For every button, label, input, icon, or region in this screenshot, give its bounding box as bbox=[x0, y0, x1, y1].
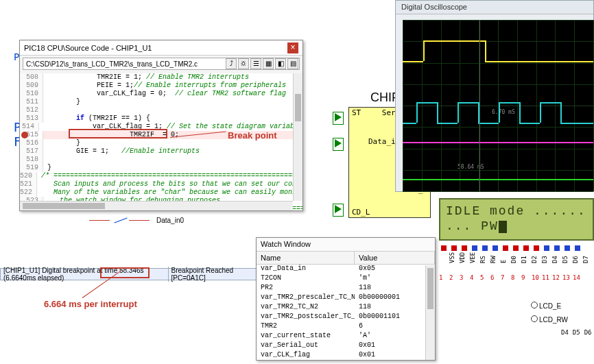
watch-row[interactable]: var_TMR2_TC_N2118 bbox=[257, 303, 435, 313]
lcd-pin: D29 bbox=[521, 244, 531, 252]
file-path-text: C:\CSD\P12\s_trans_LCD_TMR2\s_trans_LCD_… bbox=[26, 60, 198, 68]
watch-row[interactable]: var_CLK_flag0x01 bbox=[257, 351, 435, 361]
code-line[interactable]: 520/* ==================================… bbox=[20, 172, 302, 180]
lcd-pins: VSS1VDD2VEE3RS4RW5E6D07D18D29D310D411D51… bbox=[439, 244, 594, 313]
status-left: [CHIP1_U1] Digital breakpoint at time 58… bbox=[3, 267, 169, 282]
watch-row[interactable]: TMR26 bbox=[257, 322, 435, 332]
lcd-pin: RS4 bbox=[470, 244, 479, 252]
window-titlebar[interactable]: PIC18 CPU\Source Code - CHIP1_U1 × bbox=[20, 40, 302, 56]
signal-lcd-rw: LCD_RW bbox=[531, 315, 568, 324]
tool-icon[interactable]: ⤴ bbox=[226, 58, 237, 69]
tool-icon[interactable]: ⛭ bbox=[238, 58, 249, 69]
scrollbar-thumb[interactable] bbox=[23, 203, 105, 209]
lcd-pin: E6 bbox=[490, 244, 500, 252]
tool-icon[interactable]: ◧ bbox=[275, 58, 286, 69]
lcd-line1: IDLE mode ...... bbox=[446, 204, 587, 219]
scope-title[interactable]: Digital Oscilloscope bbox=[396, 1, 593, 14]
source-code-window[interactable]: PIC18 CPU\Source Code - CHIP1_U1 × C:\CS… bbox=[19, 40, 303, 211]
watch-row[interactable]: var_Data_in0x05 bbox=[257, 265, 435, 274]
lcd-pin: D07 bbox=[501, 244, 510, 252]
watch-row[interactable]: var_current_state'A' bbox=[257, 332, 435, 341]
code-line[interactable]: 510 var_CLK_flag = 0; // clear TMR2 soft… bbox=[20, 90, 302, 98]
code-line[interactable]: 513 if (TMR2IF == 1) { bbox=[20, 114, 302, 123]
lcd-display: IDLE mode ...... ... PW bbox=[439, 198, 594, 241]
scrollbar-vertical[interactable] bbox=[425, 265, 435, 360]
watch-row[interactable]: var_Serial_out0x01 bbox=[257, 341, 435, 351]
switch-symbol bbox=[89, 215, 151, 225]
scope-canvas[interactable]: 6.70 mS 58.64 mS bbox=[403, 20, 593, 191]
code-line[interactable]: 518 bbox=[20, 156, 302, 164]
code-line[interactable]: 521 Scan inputs and process the bits so … bbox=[20, 180, 302, 189]
scrollbar-thumb[interactable] bbox=[295, 94, 301, 121]
port-arrow-icon bbox=[333, 138, 344, 151]
scrollbar-thumb[interactable] bbox=[427, 268, 433, 309]
scrollbar-vertical[interactable] bbox=[293, 73, 302, 201]
annotation-breakpoint: Break point bbox=[228, 130, 277, 141]
port-arrow-icon bbox=[333, 204, 344, 217]
chip-pin-l: CD_L bbox=[352, 208, 370, 217]
lcd-pin: VEE3 bbox=[460, 244, 469, 252]
breakpoint-icon[interactable] bbox=[21, 132, 28, 138]
label-data-in0: Data_in0 bbox=[156, 217, 184, 224]
watch-title[interactable]: Watch Window bbox=[257, 238, 435, 252]
code-line[interactable]: 508 TMR2IE = 1; // Enable TMR2 interrupt… bbox=[20, 73, 302, 82]
col-value[interactable]: Value bbox=[355, 252, 435, 264]
source-toolbar: ⤴ ⛭ ☰ ▦ ◧ ▤ bbox=[226, 58, 298, 69]
code-line[interactable]: 517 GIE = 1; //Enable interrupts bbox=[20, 147, 302, 156]
lcd-pin: D310 bbox=[532, 244, 541, 252]
watch-row[interactable]: PR2118 bbox=[257, 284, 435, 293]
lcd-pin: D512 bbox=[552, 244, 562, 252]
scope-marker: 6.70 mS bbox=[492, 109, 515, 115]
watch-row[interactable]: var_TMR2_prescaler_TC_N10b00000001 bbox=[257, 293, 435, 303]
annotation-interrupt: 6.664 ms per interrupt bbox=[44, 299, 137, 309]
lcd-pin: D613 bbox=[562, 244, 572, 252]
signal-dbus: D4D5D6D7 bbox=[561, 329, 594, 336]
watch-row[interactable]: var_TMR2_postscaler_TC_N30b00001101 bbox=[257, 313, 435, 322]
col-name[interactable]: Name bbox=[257, 252, 355, 264]
code-area[interactable]: 508 TMR2IE = 1; // Enable TMR2 interrupt… bbox=[20, 73, 302, 210]
port-arrow-icon bbox=[333, 112, 344, 125]
code-line[interactable]: 519} bbox=[20, 164, 302, 172]
lcd-pin: RW5 bbox=[480, 244, 490, 252]
code-line[interactable]: 511 } bbox=[20, 98, 302, 106]
code-line[interactable]: 509 PEIE = 1;// Enable interrupts from p… bbox=[20, 82, 302, 90]
lcd-pin: VDD2 bbox=[449, 244, 459, 252]
status-bar: [CHIP1_U1] Digital breakpoint at time 58… bbox=[0, 268, 257, 280]
lcd-pin: VSS1 bbox=[439, 244, 449, 252]
tool-icon[interactable]: ☰ bbox=[250, 58, 261, 69]
tool-icon[interactable]: ▦ bbox=[263, 58, 274, 69]
watch-window[interactable]: Watch Window Name Value var_Data_in0x05T… bbox=[256, 237, 436, 361]
code-line[interactable]: 512 bbox=[20, 106, 302, 114]
lcd-line2: ... PW bbox=[446, 219, 587, 234]
lcd-pin: D411 bbox=[542, 244, 551, 252]
window-title: PIC18 CPU\Source Code - CHIP1_U1 bbox=[24, 44, 152, 52]
status-right: Breakpoint Reached [PC=0A1C] bbox=[171, 267, 253, 282]
scrollbar-horizontal[interactable] bbox=[20, 201, 293, 210]
code-line[interactable]: 522 Many of the variables are "char" bec… bbox=[20, 189, 302, 197]
chip-pin-l: ST bbox=[352, 108, 361, 117]
watch-row[interactable]: T2CON'm' bbox=[257, 274, 435, 284]
watch-header: Name Value bbox=[257, 252, 435, 265]
tool-icon[interactable]: ▤ bbox=[287, 58, 298, 69]
lcd-pin: D18 bbox=[511, 244, 521, 252]
close-icon[interactable]: × bbox=[287, 43, 298, 53]
oscilloscope-window[interactable]: Digital Oscilloscope 6.70 mS 58.64 mS bbox=[395, 0, 594, 192]
lcd-pin: D714 bbox=[573, 244, 582, 252]
